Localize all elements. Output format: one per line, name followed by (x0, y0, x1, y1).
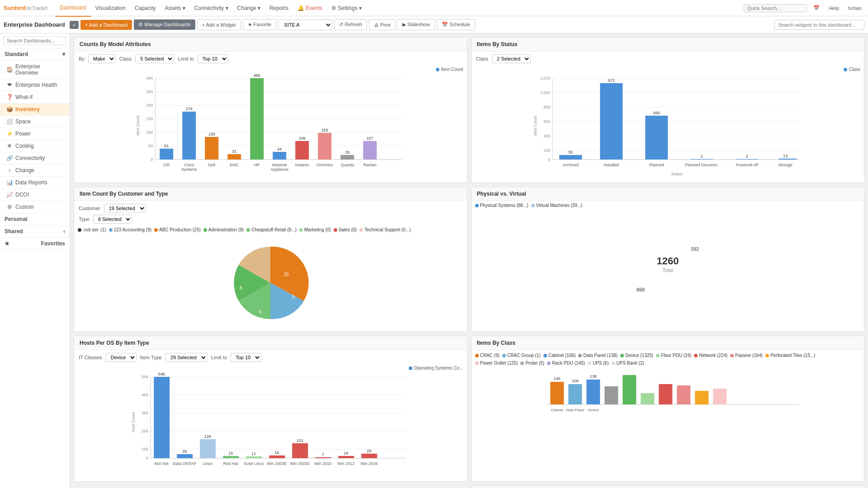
svg-text:972: 972 (608, 78, 614, 83)
add-widget-button[interactable]: + Add a Widget (197, 19, 241, 30)
customer-label: Customer (79, 206, 100, 211)
nav-reports[interactable]: Reports (265, 0, 293, 16)
nav-settings[interactable]: ⚙ Settings ▾ (327, 0, 366, 16)
nav-capacity[interactable]: Capacity (130, 0, 160, 16)
legend-network: Network (224) (694, 353, 727, 358)
page-title: Enterprise Dashboard (4, 21, 65, 28)
sidebar-item-custom[interactable]: ⚙ Custom (0, 201, 70, 213)
space-icon: ⬜ (6, 118, 13, 125)
items-by-class-widget: Items By Class CRAC (9) CRAC Group (1) C… (471, 336, 865, 482)
sidebar-item-inventory[interactable]: 📦 Inventory (0, 103, 70, 116)
svg-text:Item Count: Item Count (136, 115, 140, 136)
type-select[interactable]: 8 Selected (93, 215, 132, 224)
svg-text:31: 31 (232, 149, 236, 154)
user-menu[interactable]: hchan (845, 5, 864, 12)
legend-power-outlet: Power Outlet (125) (475, 361, 518, 366)
schedule-button[interactable]: 📅 Schedule (437, 19, 475, 30)
personal-group-header[interactable]: Personal (0, 213, 70, 225)
bar-archived (559, 155, 582, 160)
svg-text:55: 55 (568, 150, 573, 155)
svg-text:44: 44 (277, 147, 282, 151)
customer-select[interactable]: 19 Selected (104, 204, 146, 213)
class-select[interactable]: 5 Selected (135, 54, 174, 63)
top-select[interactable]: Top 10 (198, 54, 228, 63)
class-chart-area: 145 106 138 Cabinet Data Panel (472, 368, 864, 427)
nav-dashboard[interactable]: Dashboard (55, 0, 91, 17)
sidebar-item-enterprise-overview[interactable]: 🏠 Enterprise Overview (0, 61, 70, 79)
svg-rect-124 (677, 385, 690, 404)
sidebar-item-connectivity[interactable]: 🔗 Connectivity (0, 152, 70, 164)
sidebar-item-space[interactable]: ⬜ Space (0, 116, 70, 128)
class-filter-label: Class (476, 56, 489, 61)
hosts-vms-cluster-title: Hosts and VMs Per Cluster (472, 486, 864, 488)
svg-text:150: 150 (146, 117, 153, 121)
favorites-group-header[interactable]: ★ Favorites (0, 238, 70, 250)
svg-text:Appliance: Appliance (270, 167, 288, 172)
nav-events[interactable]: 🔔 Events (293, 0, 327, 16)
device-select[interactable]: Device (106, 353, 137, 362)
shared-group-header[interactable]: Shared ‹ (0, 225, 70, 238)
hosts-top-select[interactable]: Top 10 (231, 353, 261, 362)
svg-text:0: 0 (548, 157, 550, 162)
svg-text:11: 11 (251, 451, 256, 456)
nav-visualization[interactable]: Visualization (91, 0, 130, 16)
sidebar-item-cooling[interactable]: ❄ Cooling (0, 140, 70, 152)
legend-passive: Passive (164) (730, 353, 763, 358)
hosts-per-os-controls: IT Classes Device Item Type 29 Selected … (74, 350, 467, 364)
legend-123: 123 Accounting (9) (109, 227, 151, 232)
favorite-button[interactable]: ★ Favorite (243, 19, 277, 30)
site-select[interactable]: SITE A (278, 19, 332, 30)
manage-dashboards-button[interactable]: ⚙ Manage Dashboards (134, 19, 195, 30)
bar-win2003s (292, 443, 308, 458)
sidebar-item-data-reports[interactable]: 📊 Data Reports (0, 177, 70, 189)
svg-text:Linux: Linux (203, 461, 212, 466)
bar-emc (227, 154, 241, 160)
hosts-chart-area: Host Count 0 100 200 300 400 (74, 372, 467, 481)
sidebar-item-power[interactable]: ⚡ Power (0, 128, 70, 140)
sidebar-item-change[interactable]: ↕ Change (0, 164, 70, 177)
nav-change[interactable]: Change ▾ (233, 0, 265, 16)
svg-text:29: 29 (367, 449, 371, 453)
quick-search-input[interactable] (744, 4, 807, 12)
svg-text:107: 107 (367, 136, 373, 141)
nav-connectivity[interactable]: Connectivity ▾ (190, 0, 233, 16)
svg-text:Win 2016: Win 2016 (360, 461, 377, 466)
type-controls: Type 8 Selected (74, 215, 467, 225)
svg-text:Device: Device (588, 408, 599, 412)
logo: Sunbird dcTrack® (4, 5, 48, 11)
legend-ups-bank: UPS Bank (2) (612, 361, 644, 366)
refresh-button[interactable]: ↺ Refresh (334, 19, 367, 30)
standard-group-header[interactable]: Standard ▾ (0, 48, 70, 61)
counts-by-model-chart: Item Count 0 50 (78, 74, 463, 178)
legend-crac: CRAC (9) (475, 353, 500, 358)
sidebar-item-dcoi[interactable]: 📈 DCOI (0, 189, 70, 201)
bar-planned-decomm (690, 159, 713, 160)
nav-assets[interactable]: Assets ▾ (160, 0, 190, 16)
sidebar-item-enterprise-health[interactable]: ❤ Enterprise Health (0, 79, 70, 91)
svg-text:Total: Total (662, 267, 673, 273)
toolbar: Enterprise Dashboard « + Add a Dashboard… (0, 16, 868, 33)
svg-text:8: 8 (240, 286, 242, 291)
legend-crac-group: CRAC Group (1) (502, 353, 541, 358)
item-type-select[interactable]: 29 Selected (165, 353, 208, 362)
svg-text:560: 560 (653, 111, 660, 115)
sidebar-collapse-button[interactable]: « (70, 21, 79, 29)
sidebar-search-input[interactable] (4, 36, 66, 45)
svg-rect-123 (659, 384, 672, 404)
slideshow-button[interactable]: ▶ Slideshow (397, 19, 435, 30)
make-select[interactable]: Make (88, 54, 116, 63)
help-button[interactable]: Help (826, 5, 842, 12)
hosts-per-os-widget: Hosts Per OS By Item Type IT Classes Dev… (74, 336, 467, 482)
donut-area: 1260 Total 392 868 (472, 210, 864, 324)
class-filter-select[interactable]: 2 Selected (492, 54, 531, 63)
widget-search-input[interactable] (774, 20, 864, 30)
add-dashboard-button[interactable]: + Add a Dashboard (80, 20, 132, 30)
virtual-legend: Virtual Machines (39...) (531, 203, 583, 208)
items-by-class-chart: 145 106 138 Cabinet Data Panel (475, 368, 861, 422)
print-button[interactable]: 🖨 Print (369, 19, 396, 30)
sidebar-item-whatif[interactable]: ❓ What-if (0, 91, 70, 103)
main-layout: Standard ▾ 🏠 Enterprise Overview ❤ Enter… (0, 33, 868, 488)
custom-icon: ⚙ (6, 204, 13, 210)
svg-text:300: 300 (142, 411, 148, 415)
calendar-icon[interactable]: 📅 (811, 4, 822, 12)
